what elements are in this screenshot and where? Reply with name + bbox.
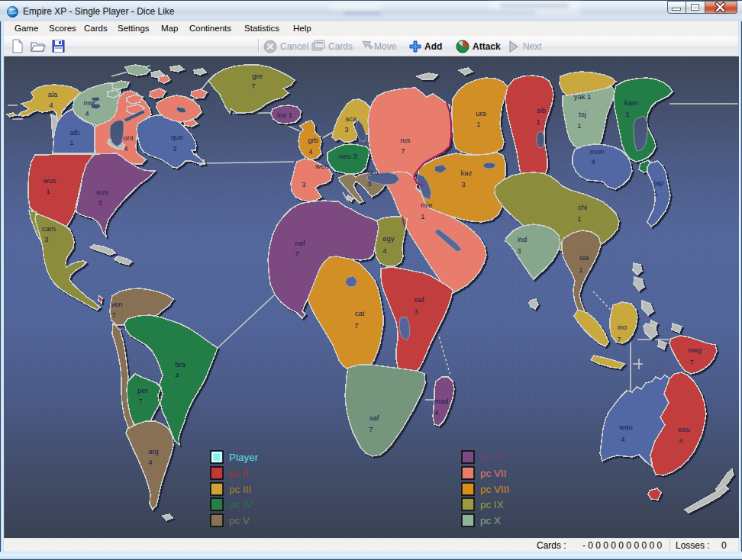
svg-text:egy: egy: [382, 234, 395, 243]
svg-text:eau: eau: [678, 425, 690, 433]
svg-text:sia: sia: [579, 253, 589, 262]
svg-text:ino: ino: [618, 323, 627, 331]
svg-text:1: 1: [536, 117, 540, 126]
svg-text:ice 1: ice 1: [277, 111, 292, 119]
svg-text:saf: saf: [369, 414, 379, 422]
svg-text:grb: grb: [308, 136, 318, 144]
svg-text:4: 4: [124, 144, 127, 153]
svg-text:weu: weu: [315, 162, 328, 170]
svg-text:kaz: kaz: [461, 169, 473, 177]
svg-text:rus: rus: [400, 136, 410, 144]
svg-text:3: 3: [44, 235, 48, 243]
svg-text:4: 4: [434, 408, 438, 417]
svg-text:ind: ind: [518, 235, 527, 243]
svg-text:7: 7: [401, 146, 405, 155]
svg-text:3: 3: [98, 198, 102, 207]
svg-text:que: que: [171, 133, 183, 141]
svg-text:ont: ont: [123, 134, 134, 142]
svg-text:7: 7: [111, 311, 115, 319]
svg-text:7: 7: [689, 358, 693, 366]
svg-text:7: 7: [251, 82, 255, 90]
svg-text:pc X: pc X: [480, 515, 501, 526]
svg-text:mon: mon: [590, 147, 604, 156]
svg-text:eaf: eaf: [414, 295, 424, 304]
svg-text:bra: bra: [175, 360, 186, 369]
svg-text:kam: kam: [624, 98, 638, 107]
svg-text:7: 7: [617, 335, 621, 343]
svg-text:sib: sib: [537, 106, 546, 114]
svg-text:sca: sca: [346, 114, 358, 123]
svg-text:4: 4: [175, 371, 179, 379]
svg-text:jap: jap: [653, 179, 664, 187]
svg-text:nwt: nwt: [84, 98, 95, 107]
svg-text:3: 3: [173, 144, 176, 153]
svg-text:nwg: nwg: [688, 346, 701, 354]
svg-text:pc IV: pc IV: [229, 499, 253, 510]
svg-text:7: 7: [138, 397, 142, 405]
svg-text:ala: ala: [48, 90, 58, 98]
svg-text:4: 4: [308, 147, 312, 156]
svg-text:4: 4: [49, 101, 53, 109]
svg-text:mad: mad: [434, 397, 448, 405]
svg-text:4: 4: [148, 458, 152, 466]
svg-text:cat: cat: [355, 309, 365, 317]
svg-text:3: 3: [517, 246, 521, 255]
svg-text:3: 3: [461, 180, 465, 188]
svg-text:pc IX: pc IX: [480, 499, 504, 510]
svg-text:eus: eus: [96, 188, 108, 196]
svg-text:3: 3: [367, 179, 371, 188]
svg-text:4: 4: [382, 246, 386, 255]
svg-text:3: 3: [414, 307, 418, 316]
svg-text:4: 4: [621, 435, 624, 443]
svg-text:gre: gre: [252, 72, 263, 80]
svg-text:pc VIII: pc VIII: [480, 484, 509, 495]
svg-text:pc VII: pc VII: [480, 468, 507, 479]
svg-text:pc III: pc III: [229, 484, 251, 495]
svg-text:1: 1: [577, 121, 581, 130]
svg-text:wau: wau: [618, 423, 632, 431]
svg-text:1: 1: [421, 212, 424, 220]
svg-text:1: 1: [46, 187, 50, 195]
svg-text:ven: ven: [111, 300, 122, 308]
svg-text:1: 1: [653, 189, 657, 198]
svg-text:ura: ura: [476, 109, 486, 117]
svg-text:3: 3: [302, 180, 305, 188]
svg-text:pc VI: pc VI: [480, 452, 504, 463]
svg-text:7: 7: [295, 249, 298, 258]
svg-text:1: 1: [577, 214, 581, 223]
svg-text:4: 4: [679, 436, 682, 445]
svg-text:neu 3: neu 3: [339, 152, 357, 160]
svg-text:1: 1: [476, 120, 480, 128]
svg-text:3: 3: [344, 125, 348, 134]
svg-text:Player: Player: [229, 452, 259, 463]
svg-text:4: 4: [591, 157, 595, 166]
svg-text:1: 1: [69, 138, 73, 146]
svg-text:arg: arg: [148, 447, 159, 455]
svg-text:pc V: pc V: [229, 515, 250, 526]
svg-text:chi: chi: [578, 203, 587, 211]
svg-text:7: 7: [369, 425, 373, 433]
svg-text:per: per: [137, 386, 148, 394]
svg-text:cam: cam: [42, 224, 56, 233]
svg-text:naf: naf: [295, 239, 305, 247]
svg-text:yak 1: yak 1: [574, 92, 592, 101]
svg-text:seu: seu: [366, 168, 378, 176]
svg-text:4: 4: [85, 109, 89, 117]
svg-text:tsj: tsj: [579, 110, 586, 118]
svg-text:pc II: pc II: [229, 468, 249, 479]
svg-text:1: 1: [625, 110, 629, 118]
svg-text:alb: alb: [70, 128, 80, 137]
svg-text:mie: mie: [421, 201, 432, 209]
svg-text:7: 7: [354, 321, 358, 330]
svg-text:1: 1: [579, 266, 582, 274]
svg-text:wus: wus: [43, 176, 56, 185]
